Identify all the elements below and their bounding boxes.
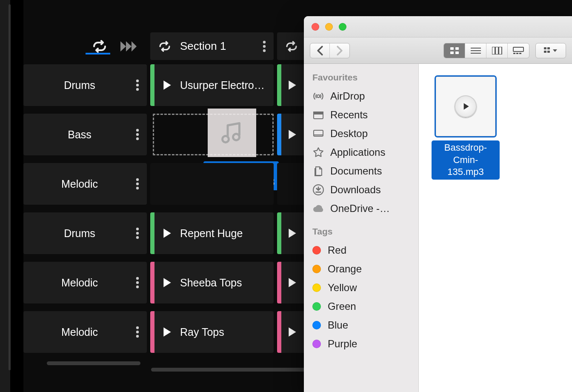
sidebar-item-downloads[interactable]: Downloads	[304, 180, 418, 199]
skip-forward-button[interactable]	[120, 40, 137, 52]
clip-name: Repent Huge	[180, 227, 243, 240]
clip-cell[interactable]: Repent Huge	[150, 212, 274, 254]
clip-cell-next[interactable]	[277, 64, 307, 106]
play-icon[interactable]	[162, 228, 172, 239]
track-label[interactable]: Drums	[23, 64, 147, 106]
clip-cell[interactable]: Usurper Electronic	[150, 64, 274, 106]
tag-orange[interactable]: Orange	[304, 260, 418, 278]
sidebar-heading-favourites: Favourites	[304, 70, 418, 87]
sidebar-icon	[312, 166, 324, 177]
track-label[interactable]: Melodic	[23, 262, 147, 303]
track-menu-button[interactable]	[136, 129, 139, 140]
clip-cell-next[interactable]	[277, 212, 307, 254]
clip-color-bar	[150, 64, 154, 106]
window-zoom-button[interactable]	[339, 23, 346, 31]
gallery-view-button[interactable]	[508, 43, 529, 58]
finder-titlebar[interactable]	[304, 16, 572, 37]
sidebar-item-label: Recents	[330, 109, 368, 121]
track-menu-button[interactable]	[136, 227, 139, 239]
clip-cell-next[interactable]	[277, 114, 307, 155]
svg-point-18	[136, 326, 139, 329]
tag-purple[interactable]: Purple	[304, 335, 418, 353]
column-view-button[interactable]	[486, 43, 508, 58]
arrange-button[interactable]	[536, 43, 566, 58]
sidebar-item-desktop[interactable]: Desktop	[304, 124, 418, 143]
section-title: Section 1	[180, 40, 226, 53]
track-name: Bass	[23, 129, 136, 141]
transport-controls	[23, 32, 147, 60]
tag-blue[interactable]: Blue	[304, 316, 418, 335]
track-name: Melodic	[23, 178, 136, 190]
play-icon[interactable]	[162, 277, 172, 288]
sidebar-item-applications[interactable]: Applications	[304, 143, 418, 162]
file-item[interactable]: Bassdrop-Cmin-135.mp3	[432, 77, 500, 180]
file-thumbnail[interactable]	[436, 77, 495, 136]
track-menu-button[interactable]	[136, 326, 139, 338]
clip-name: Sheeba Tops	[180, 277, 242, 289]
svg-point-8	[136, 137, 139, 140]
track-menu-button[interactable]	[136, 178, 139, 190]
clip-cell[interactable]: Sheeba Tops	[150, 262, 274, 303]
play-icon[interactable]	[287, 228, 297, 239]
list-view-button[interactable]	[465, 43, 486, 58]
play-icon[interactable]	[287, 129, 297, 140]
svg-point-5	[136, 88, 139, 91]
clip-cell[interactable]: Bassdrop-Cmin-135.mp3	[150, 114, 274, 155]
svg-point-12	[136, 228, 139, 230]
sidebar-item-label: AirDrop	[330, 90, 365, 102]
drag-ghost	[208, 109, 256, 157]
svg-point-7	[136, 133, 139, 136]
section-header[interactable]: Section 1	[150, 32, 274, 60]
track-menu-button[interactable]	[136, 277, 139, 289]
svg-rect-21	[450, 47, 454, 50]
back-button[interactable]	[310, 43, 330, 58]
svg-point-39	[317, 95, 320, 98]
finder-content[interactable]: Bassdrop-Cmin-135.mp3	[419, 64, 572, 392]
svg-rect-24	[455, 52, 459, 54]
section-menu-button[interactable]	[263, 40, 266, 52]
track-label[interactable]: Bass	[23, 114, 147, 155]
svg-point-3	[136, 80, 139, 82]
track-menu-button[interactable]	[136, 79, 139, 91]
sidebar-item-airdrop[interactable]: AirDrop	[304, 87, 418, 106]
tag-yellow[interactable]: Yellow	[304, 278, 418, 297]
arrange-seg	[535, 43, 566, 58]
window-close-button[interactable]	[312, 23, 319, 31]
track-label[interactable]: Drums	[23, 212, 147, 254]
play-icon[interactable]	[162, 80, 172, 91]
loop-button[interactable]	[92, 40, 108, 53]
track-hscrollbar[interactable]	[47, 361, 140, 365]
sidebar-icon	[312, 204, 324, 213]
clip-cell-next[interactable]	[277, 262, 307, 303]
sidebar-icon	[312, 184, 324, 195]
svg-rect-36	[547, 47, 550, 49]
svg-rect-32	[513, 53, 515, 54]
sidebar-item-recents[interactable]: Recents	[304, 106, 418, 124]
tag-label: Green	[328, 300, 356, 312]
svg-rect-41	[314, 112, 323, 114]
loop-active-indicator	[86, 53, 110, 54]
tag-label: Red	[328, 244, 346, 256]
clip-cell[interactable]: Ray Tops	[150, 311, 274, 353]
tag-red[interactable]: Red	[304, 241, 418, 260]
clip-cell-next[interactable]	[277, 163, 307, 205]
track-label[interactable]: Melodic	[23, 311, 147, 353]
sidebar-item-onedrive-[interactable]: OneDrive -…	[304, 199, 418, 218]
clip-cell-next[interactable]	[277, 311, 307, 353]
track-label[interactable]: Melodic	[23, 163, 147, 205]
window-minimize-button[interactable]	[325, 23, 333, 31]
play-icon[interactable]	[287, 277, 297, 288]
svg-rect-29	[495, 47, 498, 54]
forward-button[interactable]	[330, 43, 349, 58]
play-icon[interactable]	[287, 326, 297, 338]
track-name: Melodic	[23, 326, 136, 338]
section-header-next[interactable]	[277, 32, 307, 60]
sidebar-item-documents[interactable]: Documents	[304, 162, 418, 180]
clip-cell[interactable]	[150, 163, 274, 205]
icon-view-button[interactable]	[444, 43, 465, 58]
svg-point-13	[136, 232, 139, 235]
play-icon[interactable]	[162, 326, 172, 338]
svg-point-11	[136, 187, 139, 189]
play-icon[interactable]	[287, 80, 297, 91]
tag-green[interactable]: Green	[304, 297, 418, 316]
